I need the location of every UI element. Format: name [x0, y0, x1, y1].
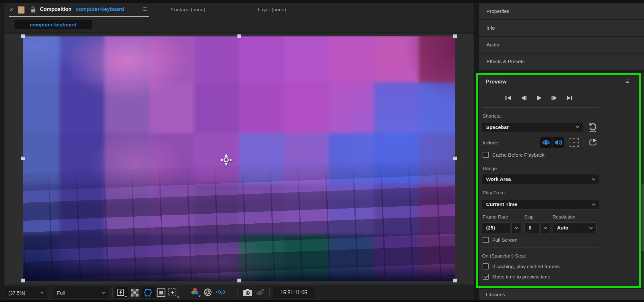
window-left-edge: [0, 3, 5, 300]
skip-dropdown-button[interactable]: [540, 222, 550, 233]
divider: [319, 288, 319, 297]
after-effects-window: × Composition computer-keyboard ≡ Footag…: [0, 0, 644, 302]
region-of-interest-button[interactable]: [156, 288, 166, 299]
play-cached-frames-label: If caching, play cached frames: [492, 264, 560, 269]
on-spacebar-stop-label: On (Spacebar) Stop:: [482, 253, 526, 258]
mask-visibility-button[interactable]: [141, 287, 155, 299]
selection-handle-mid-left[interactable]: [21, 156, 25, 161]
reset-shortcut-icon[interactable]: [588, 122, 597, 133]
window-top-edge: [0, 0, 644, 3]
divider: [269, 288, 270, 297]
show-snapshot-button[interactable]: [256, 289, 265, 297]
shortcut-label: Shortcut: [483, 113, 501, 119]
magnification-dropdown[interactable]: (37,5%): [5, 287, 47, 298]
divider: [482, 248, 599, 248]
viewer-toolbar: (37,5%) Full: [5, 285, 474, 300]
divider: [482, 107, 599, 108]
frame-rate-value-box[interactable]: (25): [482, 222, 510, 233]
dropdown-caret-icon: [177, 297, 179, 298]
last-frame-button[interactable]: [565, 94, 574, 102]
unlock-icon[interactable]: [30, 6, 36, 14]
selection-handle-top-right[interactable]: [453, 34, 457, 38]
frame-rate-dropdown-button[interactable]: [511, 222, 521, 233]
adjust-exposure-value[interactable]: +0,0: [215, 289, 225, 295]
panel-swatch-icon: [18, 6, 24, 14]
selection-handle-bottom-right[interactable]: [453, 278, 457, 283]
cache-before-playback-checkbox[interactable]: [483, 152, 489, 158]
anchor-point-target[interactable]: [219, 153, 233, 167]
composition-panel: × Composition computer-keyboard ≡ Footag…: [5, 3, 474, 300]
skip-label: Skip: [524, 214, 533, 219]
preview-panel-menu-icon[interactable]: ≡: [625, 77, 630, 85]
play-from-label: Play From: [483, 190, 505, 195]
scrollbar-thumb[interactable]: [641, 184, 644, 251]
tab-footage[interactable]: Footage (none): [171, 7, 205, 13]
range-dropdown[interactable]: Work Area: [482, 174, 599, 184]
selection-handle-bottom-mid[interactable]: [237, 278, 241, 283]
panel-menu-icon[interactable]: ≡: [143, 5, 147, 13]
play-cached-frames-checkbox[interactable]: [483, 263, 489, 269]
selection-handle-bottom-left[interactable]: [21, 278, 25, 283]
tab-composition-label[interactable]: Composition: [40, 6, 72, 12]
resolution-label: Resolution: [553, 214, 575, 219]
tab-layer[interactable]: Layer (none): [258, 7, 286, 13]
next-frame-button[interactable]: [550, 94, 559, 102]
panel-gutter[interactable]: [474, 3, 479, 300]
shortcut-value: Spacebar: [486, 124, 509, 130]
play-from-dropdown[interactable]: Current Time: [482, 199, 599, 209]
fast-previews-button[interactable]: [115, 287, 129, 299]
dropdown-caret-icon: [125, 296, 127, 297]
close-panel-icon[interactable]: ×: [7, 6, 15, 14]
resolution-dropdown[interactable]: Full: [53, 287, 109, 298]
full-screen-label: Full Screen: [492, 237, 517, 243]
timecode-value: 15:51:11:05: [273, 290, 315, 296]
resolution-preview-dropdown[interactable]: Auto: [553, 222, 597, 233]
dropdown-caret-icon: [198, 296, 201, 297]
include-overlays-button[interactable]: [570, 138, 579, 147]
panel-tab-properties[interactable]: Properties: [479, 3, 644, 19]
first-frame-button[interactable]: [504, 94, 513, 102]
divider: [583, 138, 583, 147]
panel-tab-libraries[interactable]: Libraries: [479, 289, 644, 300]
selection-handle-top-mid[interactable]: [237, 34, 241, 38]
include-video-button[interactable]: [540, 137, 552, 148]
play-from-value: Current Time: [486, 201, 517, 207]
transport-controls: [504, 93, 574, 103]
range-value: Work Area: [486, 176, 511, 182]
selection-handle-top-left[interactable]: [21, 34, 25, 38]
shortcut-dropdown[interactable]: Spacebar: [482, 122, 583, 132]
reset-exposure-button[interactable]: [203, 288, 212, 298]
skip-value-box[interactable]: 0: [524, 222, 539, 233]
move-time-label: Move time to preview time: [492, 274, 550, 280]
overlays-icon: [570, 138, 579, 147]
viewport-pasteboard[interactable]: [5, 34, 474, 285]
resolution-value: Full: [57, 290, 65, 296]
divider: [237, 288, 238, 297]
previous-frame-button[interactable]: [519, 94, 528, 102]
transparency-grid-button[interactable]: [130, 288, 139, 299]
include-label: Include:: [483, 140, 500, 145]
frame-rate-value: (25): [486, 225, 495, 231]
panel-tab-audio[interactable]: Audio: [479, 37, 644, 53]
share-preview-button[interactable]: [589, 138, 598, 148]
play-button[interactable]: [534, 94, 543, 102]
move-time-checkbox[interactable]: [483, 274, 489, 280]
magnification-value: (37,5%): [8, 290, 25, 296]
viewer-tab-strip: computer-keyboard: [5, 17, 474, 33]
current-time-display[interactable]: 15:51:11:05: [273, 287, 315, 298]
take-snapshot-button[interactable]: [243, 288, 253, 298]
composition-preview-image[interactable]: [23, 36, 455, 281]
preview-panel-title[interactable]: Preview: [486, 79, 506, 85]
viewer-tab-computer-keyboard[interactable]: computer-keyboard: [14, 20, 92, 29]
panel-tab-info[interactable]: Info: [479, 20, 644, 36]
panel-tab-effects-presets[interactable]: Effects & Presets: [479, 54, 644, 70]
selection-handle-mid-right[interactable]: [453, 156, 457, 161]
include-audio-button[interactable]: [553, 137, 564, 148]
channel-settings-button[interactable]: [190, 287, 202, 298]
grid-and-guides-button[interactable]: [168, 288, 181, 299]
divider: [184, 288, 184, 297]
tab-composition-name[interactable]: computer-keyboard: [76, 6, 124, 12]
full-screen-checkbox[interactable]: [483, 237, 489, 243]
cache-before-playback-label: Cache Before Playback: [492, 152, 544, 158]
range-label: Range: [483, 166, 497, 171]
